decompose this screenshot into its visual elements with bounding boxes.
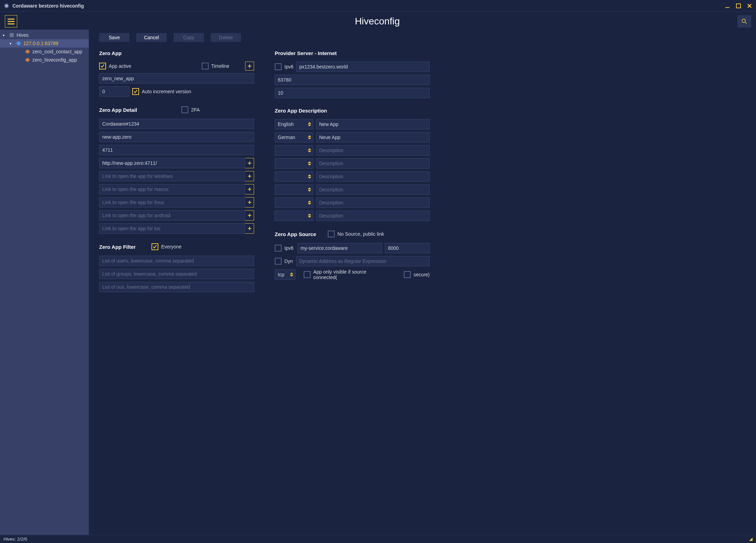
tree-leaf-app1-label: zero_coid_contact_app [32,49,82,54]
desc-input-4[interactable] [316,158,430,169]
delete-button[interactable]: Delete [211,33,241,42]
timeline-checkbox[interactable] [202,63,209,70]
app-only-checkbox[interactable] [304,271,311,278]
app-icon [25,49,30,54]
spinner-icon[interactable] [308,161,311,166]
search-icon [741,18,748,25]
spinner-icon[interactable] [308,148,311,152]
provider-host-input[interactable] [296,62,430,72]
spinner-icon[interactable] [308,174,311,179]
lang-select-3[interactable] [275,145,313,156]
page-title: Hiveconfig [17,16,737,27]
svg-point-3 [742,19,745,22]
chevron-down-icon[interactable]: ▾ [10,42,14,45]
lang-select-7[interactable] [275,198,313,208]
link-android-input[interactable] [99,210,245,221]
everyone-checkbox[interactable] [151,243,158,250]
spinner-icon[interactable] [308,135,311,139]
tree-leaf-app1[interactable]: zero_coid_contact_app [0,47,89,56]
app-name-input[interactable] [99,73,254,84]
add-link-macos-button[interactable] [245,184,254,194]
spinner-icon[interactable] [308,122,311,126]
add-button[interactable] [245,62,254,71]
add-link-android-button[interactable] [245,210,254,221]
description-title: Zero App Description [275,108,430,114]
desc-input-8[interactable] [316,211,430,221]
link-macos-input[interactable] [99,184,245,194]
spinner-icon[interactable] [308,201,311,205]
everyone-label: Everyone [161,244,181,249]
app-icon [25,57,30,63]
detail-url-input[interactable] [99,158,245,168]
source-host-input[interactable] [297,243,382,253]
lang-select-6[interactable] [275,184,313,195]
section-description: Zero App Description [275,108,430,221]
svg-line-4 [745,22,747,24]
desc-input-3[interactable] [316,145,430,156]
window-title: Cordaware bestzero hiveconfig [12,3,84,9]
app-icon [3,3,10,9]
desc-english-input[interactable] [316,119,430,129]
no-source-checkbox[interactable] [328,231,335,237]
spinner-icon[interactable] [290,273,293,277]
auto-increment-checkbox[interactable] [132,88,139,95]
add-url-button[interactable] [245,158,254,168]
add-link-windows-button[interactable] [245,171,254,181]
lang-select-english[interactable] [275,119,313,129]
filter-title: Zero App Filter [99,244,136,250]
save-button[interactable]: Save [99,33,129,42]
close-icon[interactable] [746,3,753,9]
tree-root-label: Hives [17,32,29,38]
spinner-icon[interactable] [308,214,311,218]
provider-ipv6-checkbox[interactable] [275,63,282,70]
desc-input-5[interactable] [316,171,430,182]
cancel-button[interactable]: Cancel [136,33,167,42]
provider-port-input[interactable] [275,75,430,85]
link-linux-input[interactable] [99,197,245,207]
search-button[interactable] [737,15,751,28]
tree-leaf-app2-label: zero_hiveconfig_app [32,57,77,63]
resize-grip-icon[interactable] [749,537,753,541]
link-ios-input[interactable] [99,223,245,234]
copy-button[interactable]: Copy [174,33,204,42]
secure-checkbox[interactable] [404,271,411,278]
add-link-linux-button[interactable] [245,197,254,207]
maximize-icon[interactable] [735,3,742,9]
menu-icon[interactable] [5,15,17,28]
filter-ous-input[interactable] [99,282,254,292]
desc-input-7[interactable] [316,198,430,208]
section-zero-app-detail: Zero App Detail 2FA ○ [99,106,254,234]
lang-select-german[interactable] [275,132,313,142]
provider-val3-input[interactable] [275,88,430,98]
detail-input-2[interactable] [99,132,254,142]
twofa-checkbox[interactable] [181,106,188,113]
link-windows-input[interactable] [99,171,245,181]
filter-groups-input[interactable] [99,269,254,279]
desc-german-input[interactable] [316,132,430,142]
dyn-checkbox[interactable] [275,258,282,265]
lang-select-8[interactable] [275,211,313,221]
auto-increment-label: Auto increment version [142,89,191,94]
version-input[interactable] [99,86,129,97]
tree-node-host[interactable]: ▾ 127.0.0.1:63789 [0,39,89,47]
server-icon [16,41,21,46]
svg-marker-7 [25,50,30,54]
app-active-checkbox[interactable] [99,63,106,70]
detail-input-3[interactable] [99,145,254,155]
chevron-down-icon[interactable]: ▾ [3,33,7,37]
filter-users-input[interactable] [99,256,254,266]
spinner-icon[interactable] [308,188,311,192]
minimize-icon[interactable] [724,3,731,9]
protocol-select[interactable] [275,269,295,280]
source-port-input[interactable] [385,243,430,253]
tree-leaf-app2[interactable]: zero_hiveconfig_app [0,56,89,64]
lang-select-4[interactable] [275,158,313,169]
add-link-ios-button[interactable] [245,223,254,234]
desc-input-6[interactable] [316,184,430,195]
detail-input-1[interactable] [99,119,254,129]
tree-root-hives[interactable]: ▾ Hives [0,31,89,39]
dyn-input[interactable] [296,256,430,266]
section-zero-app-filter: Zero App Filter Everyone [99,243,254,292]
lang-select-5[interactable] [275,171,313,182]
source-ipv6-checkbox[interactable] [275,245,282,252]
